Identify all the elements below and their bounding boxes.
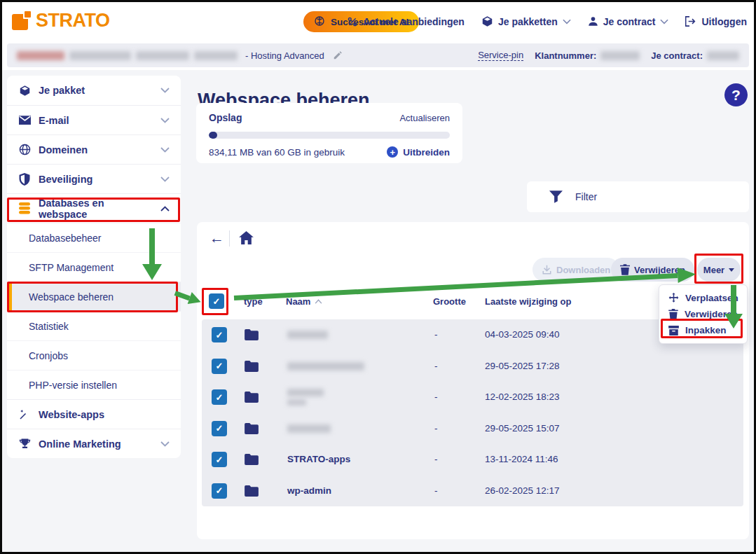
table-row[interactable]: ✓ - 29-05-2025 17:28 bbox=[202, 351, 743, 382]
row-checkbox[interactable]: ✓ bbox=[212, 421, 227, 436]
package-name-suffix: - Hosting Advanced bbox=[245, 50, 324, 61]
menu-item-verplaatsen[interactable]: Verplaatsen bbox=[659, 290, 747, 306]
sidebar-item-databasebeheer[interactable]: Databasebeheer bbox=[7, 223, 181, 252]
mail-icon bbox=[18, 116, 31, 125]
redacted-text bbox=[194, 51, 238, 60]
move-icon bbox=[668, 293, 679, 303]
strato-logo[interactable]: STRATO bbox=[12, 10, 110, 32]
sidebar-item-label: E-mail bbox=[39, 115, 153, 126]
sidebar-item-email[interactable]: E-mail bbox=[7, 105, 181, 134]
service-pin-link[interactable]: Service-pin bbox=[478, 50, 523, 61]
filter-label: Filter bbox=[575, 191, 597, 202]
sidebar-item-online-marketing[interactable]: Online Marketing bbox=[7, 429, 181, 458]
sidebar-item-domeinen[interactable]: Domeinen bbox=[7, 134, 181, 164]
row-checkbox[interactable]: ✓ bbox=[212, 389, 227, 405]
select-all-checkbox[interactable]: ✓ bbox=[209, 293, 224, 309]
sidebar-item-sftp-management[interactable]: SFTP Management bbox=[7, 252, 181, 282]
edit-pencil-icon[interactable] bbox=[333, 50, 343, 60]
chevron-down-icon bbox=[160, 176, 170, 182]
sidebar-item-label: SFTP Management bbox=[29, 262, 170, 273]
sidebar-item-webspace-beheren[interactable]: Webspace beheren bbox=[7, 282, 181, 311]
sidebar-item-statistiek[interactable]: Statistiek bbox=[7, 311, 181, 340]
file-name[interactable]: STRATO-apps bbox=[287, 454, 350, 464]
check-icon: ✓ bbox=[216, 361, 224, 371]
redacted-text bbox=[287, 331, 328, 339]
sort-asc-icon bbox=[315, 299, 322, 304]
file-modified: 04-03-2025 09:40 bbox=[485, 329, 560, 340]
archive-icon bbox=[668, 326, 679, 335]
file-size: - bbox=[434, 392, 438, 402]
nav-item-actuele-aanbiedingen[interactable]: Actuele aanbiedingen bbox=[347, 16, 465, 27]
file-modified: 29-05-2025 15:07 bbox=[485, 423, 560, 434]
nav-item-je-contract[interactable]: Je contract bbox=[588, 16, 669, 27]
sidebar-item-label: Online Marketing bbox=[39, 438, 153, 450]
redacted-text bbox=[287, 389, 324, 406]
table-row[interactable]: ✓ - 29-05-2025 15:07 bbox=[202, 413, 743, 445]
refresh-link[interactable]: Actualiseren bbox=[399, 113, 450, 123]
row-checkbox[interactable]: ✓ bbox=[212, 452, 227, 467]
strato-logo-icon bbox=[12, 11, 31, 30]
file-modified: 13-11-2024 11:46 bbox=[485, 454, 558, 464]
column-header-naam[interactable]: Naam bbox=[286, 296, 322, 307]
redacted-text bbox=[707, 51, 739, 60]
redacted-text bbox=[287, 424, 331, 433]
file-name[interactable]: wp-admin bbox=[287, 485, 331, 496]
chevron-down-icon bbox=[160, 147, 170, 153]
wand-icon bbox=[18, 408, 31, 421]
file-table-body: ✓ - 04-03-2025 09:40 ✓ - 29-05-2025 17:2… bbox=[202, 319, 743, 506]
trash-icon bbox=[620, 264, 630, 275]
sidebar-item-php-versie-instellen[interactable]: PHP-versie instellen bbox=[7, 370, 181, 399]
user-icon bbox=[588, 16, 598, 27]
expand-storage-link[interactable]: + Uitbreiden bbox=[387, 146, 450, 158]
percent-icon bbox=[347, 16, 358, 27]
sidebar-item-je-pakket[interactable]: Je pakket bbox=[7, 76, 181, 105]
download-button[interactable]: Downloaden bbox=[532, 258, 619, 282]
help-button[interactable]: ? bbox=[724, 83, 748, 106]
sidebar-item-label: Databasebeheer bbox=[29, 233, 170, 244]
column-header-label: Naam bbox=[286, 296, 310, 307]
nav-label: Je contract bbox=[603, 16, 656, 27]
contract-package-info: - Hosting Advanced bbox=[17, 50, 343, 61]
folder-icon bbox=[244, 391, 259, 406]
more-button[interactable]: Meer bbox=[697, 258, 741, 282]
row-checkbox[interactable]: ✓ bbox=[212, 359, 227, 374]
sidebar-item-cronjobs[interactable]: Cronjobs bbox=[7, 340, 181, 370]
sidebar-item-databases-en-webspace[interactable]: Databases en webspace bbox=[7, 193, 181, 223]
menu-item-verwijderen[interactable]: Verwijderen bbox=[659, 306, 747, 322]
ai-icon bbox=[314, 15, 325, 29]
nav-label: Je pakketten bbox=[498, 16, 558, 27]
top-bar: STRATO Succesvol met AI Actuele aanbiedi… bbox=[2, 2, 754, 41]
plus-circle-icon: + bbox=[387, 146, 398, 158]
more-dropdown-menu: Verplaatsen Verwijderen Inpakken bbox=[659, 284, 748, 344]
file-size: - bbox=[434, 361, 438, 371]
check-icon: ✓ bbox=[216, 330, 224, 340]
package-icon bbox=[481, 15, 493, 27]
row-checkbox[interactable]: ✓ bbox=[212, 483, 227, 499]
back-icon[interactable]: ← bbox=[209, 230, 224, 245]
table-row[interactable]: ✓ STRATO-apps - 13-11-2024 11:46 bbox=[202, 444, 743, 476]
download-label: Downloaden bbox=[556, 265, 610, 275]
delete-button[interactable]: Verwijderen bbox=[611, 258, 694, 282]
column-header-grootte[interactable]: Grootte bbox=[433, 296, 466, 307]
file-size: - bbox=[434, 423, 438, 434]
sidebar-item-website-apps[interactable]: Website-apps bbox=[7, 399, 181, 429]
nav-item-uitloggen[interactable]: Uitloggen bbox=[685, 16, 747, 27]
home-icon[interactable] bbox=[239, 231, 254, 247]
column-header-laatste-wijziging[interactable]: Laatste wijziging op bbox=[485, 296, 572, 307]
column-header-type[interactable]: type bbox=[244, 296, 263, 307]
chevron-down-icon bbox=[160, 441, 170, 447]
table-row[interactable]: ✓ wp-admin - 26-02-2025 12:17 bbox=[202, 476, 743, 507]
file-size: - bbox=[434, 329, 438, 340]
redacted-text bbox=[136, 51, 189, 60]
sidebar-item-label: Domeinen bbox=[39, 144, 153, 155]
filter-bar[interactable]: Filter bbox=[527, 181, 749, 212]
menu-item-inpakken[interactable]: Inpakken bbox=[659, 322, 747, 338]
expand-label: Uitbreiden bbox=[403, 147, 450, 158]
storage-card: Opslag Actualiseren 834,11 MB van 60 GB … bbox=[196, 103, 462, 163]
menu-item-label: Inpakken bbox=[685, 325, 727, 335]
table-row[interactable]: ✓ - 12-02-2025 18:23 bbox=[202, 382, 743, 413]
sidebar-item-beveiliging[interactable]: Beveiliging bbox=[7, 164, 181, 193]
nav-item-je-pakketten[interactable]: Je pakketten bbox=[481, 15, 571, 27]
check-icon: ✓ bbox=[216, 485, 224, 496]
row-checkbox[interactable]: ✓ bbox=[212, 327, 227, 342]
